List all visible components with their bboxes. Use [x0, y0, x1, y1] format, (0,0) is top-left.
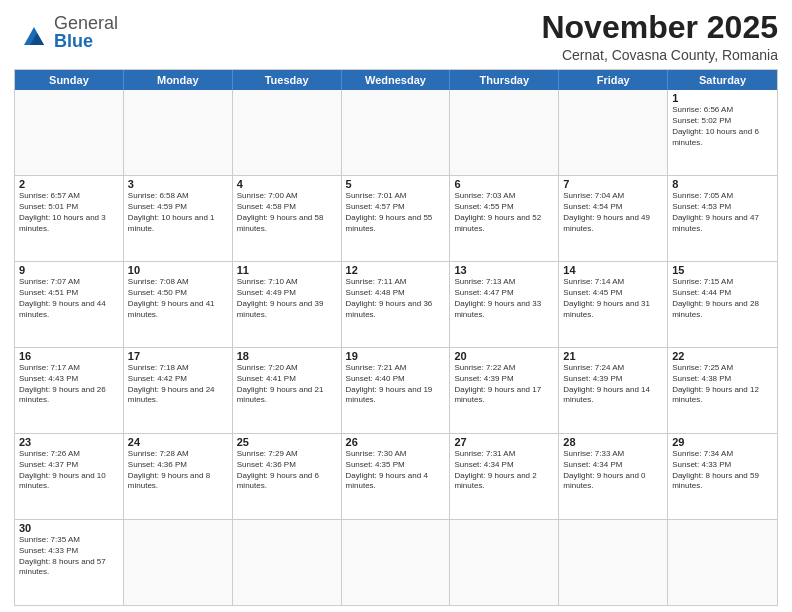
day-cell-21: 21Sunrise: 7:24 AM Sunset: 4:39 PM Dayli…: [559, 348, 668, 433]
logo-icon: [14, 17, 50, 47]
day-cell-empty-0-4: [450, 90, 559, 175]
day-cell-12: 12Sunrise: 7:11 AM Sunset: 4:48 PM Dayli…: [342, 262, 451, 347]
weekday-header-tuesday: Tuesday: [233, 70, 342, 90]
day-cell-empty-5-6: [668, 520, 777, 605]
day-cell-empty-0-2: [233, 90, 342, 175]
day-number: 25: [237, 436, 337, 448]
day-info: Sunrise: 7:08 AM Sunset: 4:50 PM Dayligh…: [128, 277, 228, 320]
header: General Blue November 2025 Cernat, Covas…: [14, 10, 778, 63]
day-info: Sunrise: 6:57 AM Sunset: 5:01 PM Dayligh…: [19, 191, 119, 234]
day-cell-22: 22Sunrise: 7:25 AM Sunset: 4:38 PM Dayli…: [668, 348, 777, 433]
weekday-header-monday: Monday: [124, 70, 233, 90]
day-info: Sunrise: 7:15 AM Sunset: 4:44 PM Dayligh…: [672, 277, 773, 320]
day-info: Sunrise: 7:26 AM Sunset: 4:37 PM Dayligh…: [19, 449, 119, 492]
day-number: 22: [672, 350, 773, 362]
day-number: 9: [19, 264, 119, 276]
day-number: 13: [454, 264, 554, 276]
day-cell-empty-5-3: [342, 520, 451, 605]
day-number: 28: [563, 436, 663, 448]
day-info: Sunrise: 7:04 AM Sunset: 4:54 PM Dayligh…: [563, 191, 663, 234]
day-number: 26: [346, 436, 446, 448]
day-cell-14: 14Sunrise: 7:14 AM Sunset: 4:45 PM Dayli…: [559, 262, 668, 347]
day-cell-23: 23Sunrise: 7:26 AM Sunset: 4:37 PM Dayli…: [15, 434, 124, 519]
day-number: 7: [563, 178, 663, 190]
logo-general: General: [54, 13, 118, 33]
day-number: 14: [563, 264, 663, 276]
day-cell-19: 19Sunrise: 7:21 AM Sunset: 4:40 PM Dayli…: [342, 348, 451, 433]
day-info: Sunrise: 7:33 AM Sunset: 4:34 PM Dayligh…: [563, 449, 663, 492]
day-cell-11: 11Sunrise: 7:10 AM Sunset: 4:49 PM Dayli…: [233, 262, 342, 347]
day-info: Sunrise: 7:22 AM Sunset: 4:39 PM Dayligh…: [454, 363, 554, 406]
day-info: Sunrise: 7:25 AM Sunset: 4:38 PM Dayligh…: [672, 363, 773, 406]
day-number: 20: [454, 350, 554, 362]
day-number: 27: [454, 436, 554, 448]
calendar-header: SundayMondayTuesdayWednesdayThursdayFrid…: [15, 70, 777, 90]
day-cell-8: 8Sunrise: 7:05 AM Sunset: 4:53 PM Daylig…: [668, 176, 777, 261]
day-info: Sunrise: 7:29 AM Sunset: 4:36 PM Dayligh…: [237, 449, 337, 492]
day-info: Sunrise: 7:28 AM Sunset: 4:36 PM Dayligh…: [128, 449, 228, 492]
day-number: 1: [672, 92, 773, 104]
day-number: 29: [672, 436, 773, 448]
day-info: Sunrise: 6:56 AM Sunset: 5:02 PM Dayligh…: [672, 105, 773, 148]
day-cell-empty-0-0: [15, 90, 124, 175]
day-cell-10: 10Sunrise: 7:08 AM Sunset: 4:50 PM Dayli…: [124, 262, 233, 347]
subtitle: Cernat, Covasna County, Romania: [541, 47, 778, 63]
day-info: Sunrise: 7:10 AM Sunset: 4:49 PM Dayligh…: [237, 277, 337, 320]
day-number: 17: [128, 350, 228, 362]
day-cell-4: 4Sunrise: 7:00 AM Sunset: 4:58 PM Daylig…: [233, 176, 342, 261]
day-cell-17: 17Sunrise: 7:18 AM Sunset: 4:42 PM Dayli…: [124, 348, 233, 433]
day-number: 2: [19, 178, 119, 190]
day-cell-6: 6Sunrise: 7:03 AM Sunset: 4:55 PM Daylig…: [450, 176, 559, 261]
day-info: Sunrise: 7:03 AM Sunset: 4:55 PM Dayligh…: [454, 191, 554, 234]
day-cell-15: 15Sunrise: 7:15 AM Sunset: 4:44 PM Dayli…: [668, 262, 777, 347]
day-cell-empty-0-3: [342, 90, 451, 175]
logo-blue: Blue: [54, 31, 93, 51]
day-cell-2: 2Sunrise: 6:57 AM Sunset: 5:01 PM Daylig…: [15, 176, 124, 261]
day-cell-empty-5-1: [124, 520, 233, 605]
day-info: Sunrise: 7:24 AM Sunset: 4:39 PM Dayligh…: [563, 363, 663, 406]
day-number: 15: [672, 264, 773, 276]
day-cell-28: 28Sunrise: 7:33 AM Sunset: 4:34 PM Dayli…: [559, 434, 668, 519]
day-number: 23: [19, 436, 119, 448]
day-info: Sunrise: 6:58 AM Sunset: 4:59 PM Dayligh…: [128, 191, 228, 234]
day-cell-empty-5-5: [559, 520, 668, 605]
day-cell-16: 16Sunrise: 7:17 AM Sunset: 4:43 PM Dayli…: [15, 348, 124, 433]
day-info: Sunrise: 7:20 AM Sunset: 4:41 PM Dayligh…: [237, 363, 337, 406]
day-number: 10: [128, 264, 228, 276]
day-number: 4: [237, 178, 337, 190]
day-cell-3: 3Sunrise: 6:58 AM Sunset: 4:59 PM Daylig…: [124, 176, 233, 261]
day-cell-empty-5-2: [233, 520, 342, 605]
weekday-header-sunday: Sunday: [15, 70, 124, 90]
day-info: Sunrise: 7:00 AM Sunset: 4:58 PM Dayligh…: [237, 191, 337, 234]
day-cell-9: 9Sunrise: 7:07 AM Sunset: 4:51 PM Daylig…: [15, 262, 124, 347]
day-info: Sunrise: 7:35 AM Sunset: 4:33 PM Dayligh…: [19, 535, 119, 578]
day-cell-empty-5-4: [450, 520, 559, 605]
day-number: 30: [19, 522, 119, 534]
day-info: Sunrise: 7:18 AM Sunset: 4:42 PM Dayligh…: [128, 363, 228, 406]
day-cell-1: 1Sunrise: 6:56 AM Sunset: 5:02 PM Daylig…: [668, 90, 777, 175]
calendar-row-5: 30Sunrise: 7:35 AM Sunset: 4:33 PM Dayli…: [15, 519, 777, 605]
day-info: Sunrise: 7:21 AM Sunset: 4:40 PM Dayligh…: [346, 363, 446, 406]
day-number: 18: [237, 350, 337, 362]
page: General Blue November 2025 Cernat, Covas…: [0, 0, 792, 612]
day-cell-27: 27Sunrise: 7:31 AM Sunset: 4:34 PM Dayli…: [450, 434, 559, 519]
weekday-header-friday: Friday: [559, 70, 668, 90]
calendar: SundayMondayTuesdayWednesdayThursdayFrid…: [14, 69, 778, 606]
day-info: Sunrise: 7:01 AM Sunset: 4:57 PM Dayligh…: [346, 191, 446, 234]
calendar-row-3: 16Sunrise: 7:17 AM Sunset: 4:43 PM Dayli…: [15, 347, 777, 433]
day-info: Sunrise: 7:14 AM Sunset: 4:45 PM Dayligh…: [563, 277, 663, 320]
day-cell-7: 7Sunrise: 7:04 AM Sunset: 4:54 PM Daylig…: [559, 176, 668, 261]
day-number: 24: [128, 436, 228, 448]
calendar-body: 1Sunrise: 6:56 AM Sunset: 5:02 PM Daylig…: [15, 90, 777, 605]
day-cell-26: 26Sunrise: 7:30 AM Sunset: 4:35 PM Dayli…: [342, 434, 451, 519]
calendar-row-4: 23Sunrise: 7:26 AM Sunset: 4:37 PM Dayli…: [15, 433, 777, 519]
day-cell-20: 20Sunrise: 7:22 AM Sunset: 4:39 PM Dayli…: [450, 348, 559, 433]
day-info: Sunrise: 7:05 AM Sunset: 4:53 PM Dayligh…: [672, 191, 773, 234]
day-cell-18: 18Sunrise: 7:20 AM Sunset: 4:41 PM Dayli…: [233, 348, 342, 433]
day-info: Sunrise: 7:13 AM Sunset: 4:47 PM Dayligh…: [454, 277, 554, 320]
day-number: 11: [237, 264, 337, 276]
day-number: 8: [672, 178, 773, 190]
day-info: Sunrise: 7:07 AM Sunset: 4:51 PM Dayligh…: [19, 277, 119, 320]
title-block: November 2025 Cernat, Covasna County, Ro…: [541, 10, 778, 63]
day-info: Sunrise: 7:34 AM Sunset: 4:33 PM Dayligh…: [672, 449, 773, 492]
